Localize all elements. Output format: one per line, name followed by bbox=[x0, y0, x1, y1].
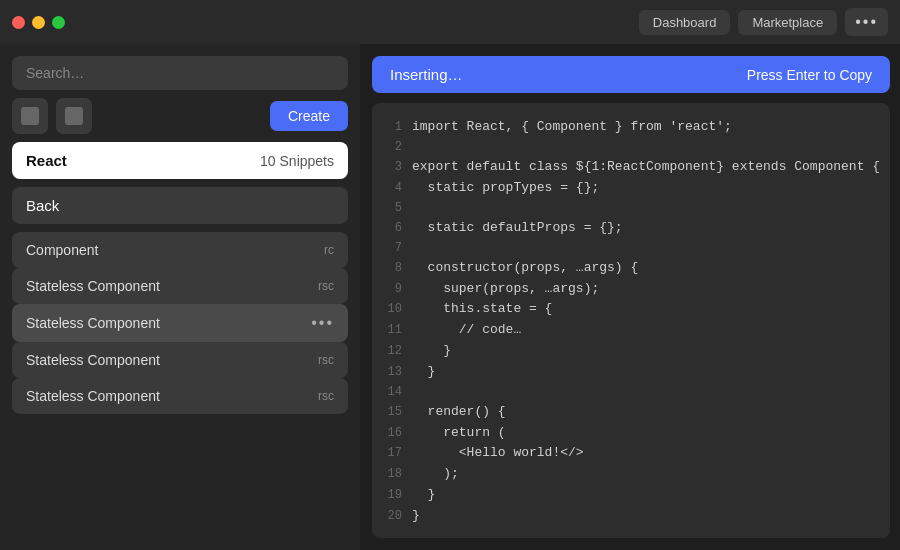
code-line: 20} bbox=[382, 506, 880, 527]
search-input[interactable] bbox=[12, 56, 348, 90]
sidebar-list-item-label: Stateless Component bbox=[26, 352, 160, 368]
code-line: 14 bbox=[382, 383, 880, 402]
sidebar-list-item-badge: ••• bbox=[311, 314, 334, 332]
code-line: 13 } bbox=[382, 362, 880, 383]
line-content: static propTypes = {}; bbox=[412, 178, 599, 199]
code-line: 15 render() { bbox=[382, 402, 880, 423]
line-number: 2 bbox=[382, 138, 402, 157]
line-number: 18 bbox=[382, 465, 402, 484]
titlebar: Dashboard Marketplace ••• bbox=[0, 0, 900, 44]
line-content: export default class ${1:ReactComponent}… bbox=[412, 157, 880, 178]
line-number: 17 bbox=[382, 444, 402, 463]
line-content: static defaultProps = {}; bbox=[412, 218, 623, 239]
code-line: 16 return ( bbox=[382, 423, 880, 444]
code-editor[interactable]: 1import React, { Component } from 'react… bbox=[372, 103, 890, 538]
back-button[interactable]: Back bbox=[12, 187, 348, 224]
marketplace-button[interactable]: Marketplace bbox=[738, 10, 837, 35]
code-panel: Inserting… Press Enter to Copy 1import R… bbox=[360, 44, 900, 550]
line-content: import React, { Component } from 'react'… bbox=[412, 117, 732, 138]
code-line: 18 ); bbox=[382, 464, 880, 485]
line-content: } bbox=[412, 485, 435, 506]
minimize-button[interactable] bbox=[32, 16, 45, 29]
icon-shape-2 bbox=[65, 107, 83, 125]
sidebar-list-item[interactable]: Stateless Componentrsc bbox=[12, 268, 348, 304]
sidebar-list: ComponentrcStateless ComponentrscStatele… bbox=[12, 232, 348, 414]
line-number: 11 bbox=[382, 321, 402, 340]
line-number: 7 bbox=[382, 239, 402, 258]
line-number: 14 bbox=[382, 383, 402, 402]
line-content: } bbox=[412, 362, 435, 383]
line-number: 3 bbox=[382, 158, 402, 177]
sidebar-list-item-badge: rc bbox=[324, 243, 334, 257]
line-content: <Hello world!</> bbox=[412, 443, 584, 464]
dashboard-button[interactable]: Dashboard bbox=[639, 10, 731, 35]
titlebar-actions: Dashboard Marketplace ••• bbox=[639, 8, 888, 36]
code-lines: 1import React, { Component } from 'react… bbox=[382, 117, 880, 527]
traffic-lights bbox=[12, 16, 65, 29]
line-number: 4 bbox=[382, 179, 402, 198]
line-number: 5 bbox=[382, 199, 402, 218]
line-number: 6 bbox=[382, 219, 402, 238]
code-line: 6 static defaultProps = {}; bbox=[382, 218, 880, 239]
line-number: 15 bbox=[382, 403, 402, 422]
sidebar-list-item-label: Stateless Component bbox=[26, 278, 160, 294]
sidebar-list-item-badge: rsc bbox=[318, 389, 334, 403]
react-item-label: React bbox=[26, 152, 67, 169]
icon-shape-1 bbox=[21, 107, 39, 125]
code-line: 19 } bbox=[382, 485, 880, 506]
line-number: 12 bbox=[382, 342, 402, 361]
sidebar-controls: Create bbox=[12, 98, 348, 134]
maximize-button[interactable] bbox=[52, 16, 65, 29]
line-content: } bbox=[412, 341, 451, 362]
create-button[interactable]: Create bbox=[270, 101, 348, 131]
code-line: 3export default class ${1:ReactComponent… bbox=[382, 157, 880, 178]
main-layout: Create React 10 Snippets Back Componentr… bbox=[0, 44, 900, 550]
sidebar-list-item-badge: rsc bbox=[318, 353, 334, 367]
line-number: 19 bbox=[382, 486, 402, 505]
line-number: 13 bbox=[382, 363, 402, 382]
sidebar-list-item[interactable]: Stateless Component••• bbox=[12, 304, 348, 342]
code-line: 9 super(props, …args); bbox=[382, 279, 880, 300]
code-header: Inserting… Press Enter to Copy bbox=[372, 56, 890, 93]
line-content: this.state = { bbox=[412, 299, 552, 320]
code-line: 10 this.state = { bbox=[382, 299, 880, 320]
sidebar-list-item[interactable]: Stateless Componentrsc bbox=[12, 378, 348, 414]
line-number: 9 bbox=[382, 280, 402, 299]
sidebar-list-item-label: Stateless Component bbox=[26, 315, 160, 331]
line-number: 1 bbox=[382, 118, 402, 137]
react-item-count: 10 Snippets bbox=[260, 153, 334, 169]
inserting-label: Inserting… bbox=[390, 66, 463, 83]
sidebar-list-item[interactable]: Stateless Componentrsc bbox=[12, 342, 348, 378]
line-number: 16 bbox=[382, 424, 402, 443]
sidebar-list-item[interactable]: Componentrc bbox=[12, 232, 348, 268]
sidebar-list-item-label: Component bbox=[26, 242, 98, 258]
icon-button-2[interactable] bbox=[56, 98, 92, 134]
line-content: return ( bbox=[412, 423, 506, 444]
close-button[interactable] bbox=[12, 16, 25, 29]
sidebar-list-item-badge: rsc bbox=[318, 279, 334, 293]
line-content: super(props, …args); bbox=[412, 279, 599, 300]
more-button[interactable]: ••• bbox=[845, 8, 888, 36]
line-content: constructor(props, …args) { bbox=[412, 258, 638, 279]
line-content: render() { bbox=[412, 402, 506, 423]
code-line: 5 bbox=[382, 199, 880, 218]
code-line: 1import React, { Component } from 'react… bbox=[382, 117, 880, 138]
line-number: 20 bbox=[382, 507, 402, 526]
code-line: 12 } bbox=[382, 341, 880, 362]
react-item[interactable]: React 10 Snippets bbox=[12, 142, 348, 179]
line-number: 8 bbox=[382, 259, 402, 278]
line-content: } bbox=[412, 506, 420, 527]
line-content: ); bbox=[412, 464, 459, 485]
code-line: 7 bbox=[382, 239, 880, 258]
code-line: 17 <Hello world!</> bbox=[382, 443, 880, 464]
code-line: 11 // code… bbox=[382, 320, 880, 341]
line-number: 10 bbox=[382, 300, 402, 319]
code-line: 8 constructor(props, …args) { bbox=[382, 258, 880, 279]
sidebar: Create React 10 Snippets Back Componentr… bbox=[0, 44, 360, 550]
line-content: // code… bbox=[412, 320, 521, 341]
code-line: 4 static propTypes = {}; bbox=[382, 178, 880, 199]
sidebar-list-item-label: Stateless Component bbox=[26, 388, 160, 404]
press-enter-label: Press Enter to Copy bbox=[747, 67, 872, 83]
code-line: 2 bbox=[382, 138, 880, 157]
icon-button-1[interactable] bbox=[12, 98, 48, 134]
